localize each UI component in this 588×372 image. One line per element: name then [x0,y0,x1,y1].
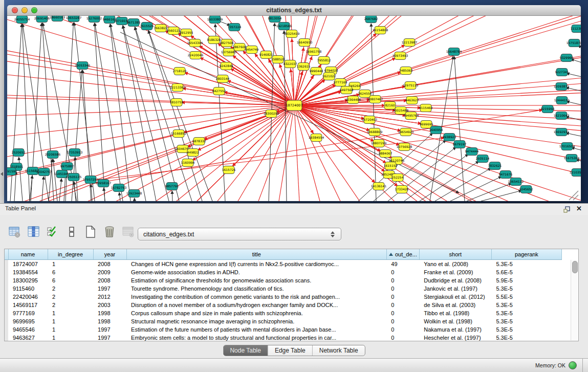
graph-node[interactable]: 252254 [392,174,404,182]
graph-node[interactable]: 8427552 [212,87,226,95]
table-cell[interactable]: Tourette syndrome. Phenomenology and cla… [126,285,386,293]
graph-node[interactable]: 15276002 [86,16,102,23]
graph-node[interactable]: 2687682 [364,16,378,23]
close-panel-icon[interactable]: ✕ [576,205,582,212]
graph-node[interactable]: 7485063 [399,67,413,75]
table-scrollbar[interactable] [571,260,578,340]
table-cell[interactable]: Tibbo et al. (1998) [419,309,491,317]
table-cell[interactable]: 1 [48,260,93,269]
graph-node[interactable]: 9115460 [419,104,433,112]
graph-node[interactable]: 19654923 [398,128,414,136]
column-header-short[interactable]: short [419,249,491,260]
graph-node[interactable]: 6679197 [453,141,467,148]
table-cell[interactable]: 1998 [93,309,126,317]
graph-node[interactable]: 12975115 [403,82,419,90]
table-cell[interactable]: Genome-wide association studies in ADHD. [126,268,386,276]
graph-node[interactable]: 9242848 [220,62,233,70]
table-cell[interactable]: 14569117 [8,301,48,309]
graph-node[interactable]: 17353913 [67,149,83,157]
table-settings-icon[interactable] [8,225,21,238]
graph-node[interactable]: 10973493 [393,52,408,60]
minimize-window-button[interactable] [21,7,28,13]
table-cell[interactable]: 5.5E-5 [491,293,561,301]
graph-node[interactable]: 12444151 [554,97,570,104]
column-header-out-de-[interactable]: out_de... [386,249,419,260]
graph-node[interactable]: 19495764 [403,112,419,120]
graph-node[interactable]: 1621022 [322,73,336,80]
table-cell[interactable]: 18724007 [8,260,48,269]
show-columns-icon[interactable] [27,225,40,238]
graph-node[interactable]: 9560123 [167,27,181,35]
column-header-name[interactable]: name [8,249,48,260]
table-cell[interactable]: 2 [48,301,93,309]
graph-node[interactable]: 16648784 [446,48,462,56]
table-cell[interactable]: 5.3E-5 [491,334,561,341]
graph-node[interactable]: 9990448 [310,68,323,75]
graph-node[interactable]: 12093871 [554,83,570,91]
graph-node[interactable]: 9777169 [334,79,347,86]
table-row[interactable]: 1830029562008Estimation of significance … [5,276,562,285]
table-cell[interactable]: 19384554 [8,268,48,276]
graph-node[interactable]: 12923448 [126,190,142,198]
table-cell[interactable]: 1 [48,309,93,317]
table-cell[interactable]: 5.3E-5 [491,260,561,269]
table-row[interactable]: 946362711997Embryonic stem cells: a mode… [5,334,562,341]
graph-node[interactable]: 1588520 [271,56,285,63]
graph-node[interactable]: 7955812 [317,57,331,64]
column-header-in-degree[interactable]: in_degree [48,249,93,260]
table-cell[interactable]: 0 [386,285,419,293]
graph-node[interactable]: 8322037 [284,60,297,68]
table-cell[interactable]: 1 [48,325,93,334]
table-cell[interactable]: Investigating the contribution of common… [126,293,386,301]
graph-node[interactable]: 1362615 [297,63,311,71]
graph-node[interactable]: 18660163 [50,16,66,21]
table-cell[interactable]: Estimation of significance thresholds fo… [126,276,386,285]
table-cell[interactable]: 1 [48,334,93,341]
graph-node[interactable]: 18807299 [371,140,387,147]
table-cell[interactable]: 2009 [93,268,126,276]
table-cell[interactable]: 5.3E-5 [491,309,561,317]
graph-node[interactable]: 12103544 [570,169,581,177]
network-canvas[interactable]: 1832541916640910169617587955812999044867… [7,16,581,201]
table-row[interactable]: 1938455462009Genome-wide association stu… [5,268,562,276]
graph-node[interactable]: 12505135 [66,173,82,181]
table-cell[interactable]: 0 [386,325,419,334]
graph-node[interactable]: 7357224 [228,24,242,31]
graph-node[interactable]: 1160994 [181,159,195,167]
graph-node[interactable]: 7615526 [140,23,154,30]
graph-node[interactable]: 16961758 [306,48,322,56]
table-cell[interactable]: Estimation of the future numbers of pati… [126,325,386,334]
graph-node[interactable]: 9671385 [127,19,141,27]
graph-node[interactable]: 8912955 [180,29,193,37]
graph-node[interactable]: 9884067 [379,150,393,158]
citation-network-graph[interactable]: 1832541916640910169617587955812999044867… [7,16,581,201]
graph-node[interactable]: 12213363 [170,84,186,92]
graph-node[interactable]: 1615152 [384,162,398,170]
table-cell[interactable]: 0 [386,268,419,276]
graph-node[interactable]: 15692931 [554,128,570,136]
graph-node[interactable]: 2803144 [216,75,230,83]
column-header-title[interactable]: title [126,249,386,260]
table-cell[interactable]: Yano et al. (2008) [419,260,491,269]
graph-node[interactable]: 8471676 [499,171,513,179]
table-cell[interactable]: 9463627 [8,334,48,341]
table-cell[interactable]: 0 [386,334,419,341]
table-cell[interactable]: 5.3E-5 [491,325,561,334]
network-window[interactable]: citations_edges.txt 18325419166409101696… [7,5,581,201]
graph-node[interactable]: 16543394 [187,39,203,47]
graph-node[interactable]: 1733426 [395,186,409,193]
table-cell[interactable]: 1997 [93,334,126,341]
graph-node[interactable]: 20053346 [75,62,91,70]
graph-node[interactable]: 16640910 [297,39,313,47]
table-cell[interactable]: 2003 [93,301,126,309]
graph-node[interactable]: 22420046 [188,52,204,59]
graph-node[interactable]: 5878332 [192,138,206,145]
table-cell[interactable]: 1997 [93,285,126,293]
table-cell[interactable]: Jankovic et al. (1997) [419,285,491,293]
table-cell[interactable]: 9699695 [8,317,48,325]
tab-node-table[interactable]: Node Table [223,345,268,356]
graph-node[interactable]: 16154808 [373,27,388,34]
table-cell[interactable]: 6 [48,276,93,285]
memory-status-indicator[interactable] [569,361,577,369]
graph-node[interactable]: 9975887 [60,163,74,170]
